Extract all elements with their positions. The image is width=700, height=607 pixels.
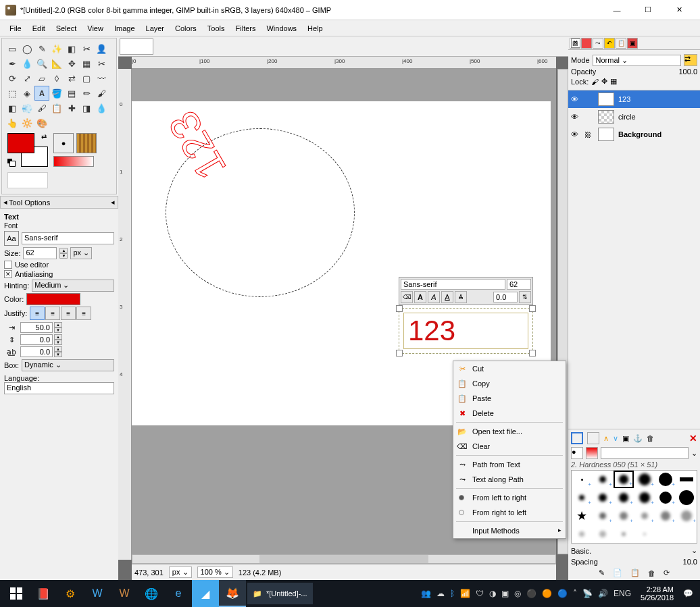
brush-item[interactable]: + — [655, 489, 676, 506]
crop-tool[interactable]: ✂ — [94, 56, 109, 71]
ctx-text-along-path[interactable]: ⤳Text along Path — [453, 472, 566, 487]
brush-item[interactable]: + — [572, 471, 592, 488]
letter-spacing-value[interactable]: 0.0 — [20, 346, 53, 357]
baseline-spinner[interactable]: ⇅ — [519, 291, 531, 303]
defender-icon[interactable]: 🛡 — [476, 589, 484, 598]
taskbar-window[interactable]: 📁*[Untitled]-... — [247, 583, 313, 604]
mode-select[interactable]: Normal ⌄ — [593, 55, 681, 66]
use-editor-checkbox[interactable] — [4, 261, 12, 269]
image-tab[interactable] — [120, 38, 153, 55]
bucket-fill-tool[interactable]: 🪣 — [49, 86, 64, 101]
fg-color-swatch[interactable] — [7, 133, 34, 153]
handle-bl[interactable] — [396, 350, 403, 357]
layer-item-circle[interactable]: 👁 circle — [568, 108, 700, 126]
notifications-icon[interactable]: 💬 — [683, 589, 693, 598]
ctx-open-text-file[interactable]: 📂Open text file... — [453, 424, 566, 439]
smudge-tool[interactable]: 👆 — [5, 115, 20, 130]
brush-item[interactable] — [676, 471, 697, 488]
swap-colors-icon[interactable]: ⇄ — [41, 133, 47, 140]
channels-tab[interactable] — [581, 38, 592, 49]
paintbrush-tool[interactable]: 🖌 — [94, 86, 109, 101]
ctx-ltr[interactable]: From left to right — [453, 490, 566, 505]
dodge-tool[interactable]: 🔆 — [20, 115, 34, 130]
color-select-tool[interactable]: ◧ — [64, 41, 79, 56]
brush-item[interactable]: ★ — [572, 507, 592, 525]
font-input[interactable]: Sans-serif — [22, 232, 114, 244]
menu-image[interactable]: Image — [109, 22, 141, 34]
taskbar-chrome[interactable]: 🌐 — [138, 580, 165, 607]
canvas-baseline-input[interactable]: 0.0 — [493, 292, 518, 302]
maximize-button[interactable]: ☐ — [632, 0, 664, 20]
menu-help[interactable]: Help — [302, 22, 328, 34]
scale-tool[interactable]: ⤢ — [20, 71, 34, 86]
handle-tr[interactable] — [529, 305, 536, 312]
duplicate-icon[interactable]: ▣ — [622, 434, 629, 443]
pencil-tool[interactable]: ✏ — [79, 86, 94, 101]
antialias-checkbox[interactable] — [4, 270, 12, 278]
menu-windows[interactable]: Windows — [261, 22, 302, 34]
default-colors-icon[interactable] — [7, 159, 16, 167]
italic-button[interactable]: A — [428, 291, 440, 303]
indent-value[interactable]: 50.0 — [20, 322, 53, 333]
clone-tool[interactable]: 📋 — [49, 101, 64, 115]
brush-item[interactable]: + — [655, 507, 676, 525]
menu-select[interactable]: Select — [51, 22, 82, 34]
mypaint-tool[interactable]: 🎨 — [34, 115, 49, 130]
tray-icon[interactable]: 🔵 — [557, 589, 568, 598]
brush-item[interactable]: + — [593, 507, 613, 525]
menu-file[interactable]: File — [4, 22, 27, 34]
taskbar-app[interactable]: W — [111, 580, 138, 607]
link-icon[interactable]: ⛓ — [584, 131, 594, 138]
tray-icon[interactable]: ◑ — [489, 589, 496, 598]
brush-item[interactable] — [655, 525, 676, 543]
brush-item[interactable]: + — [676, 507, 697, 525]
taskbar-app[interactable]: ⚙ — [57, 580, 84, 607]
ctx-copy[interactable]: 📋Copy — [453, 376, 566, 391]
eraser-tool[interactable]: ◧ — [5, 101, 20, 115]
ctx-path-from-text[interactable]: ⤳Path from Text — [453, 457, 566, 472]
size-down[interactable]: ▼ — [59, 253, 68, 259]
text-content[interactable]: 123 — [403, 313, 528, 349]
underline-button[interactable]: A — [441, 291, 453, 303]
zoom-tool[interactable]: 🔍 — [34, 56, 49, 71]
airbrush-tool[interactable]: 💨 — [20, 101, 34, 115]
brush-item[interactable]: + — [634, 471, 655, 488]
size-unit-select[interactable]: px ⌄ — [70, 247, 92, 259]
delete-icon[interactable]: 🗑 — [647, 434, 654, 442]
bluetooth-icon[interactable]: ᛒ — [450, 589, 455, 598]
brush-item[interactable]: + — [614, 471, 634, 488]
tray-icon[interactable]: 🟠 — [542, 589, 552, 598]
tab-close-button[interactable]: ✕ — [571, 38, 580, 48]
nav-down-icon[interactable]: ∨ — [613, 434, 618, 443]
menu-view[interactable]: View — [82, 22, 109, 34]
taskbar-app[interactable]: 📕 — [30, 580, 57, 607]
clock[interactable]: 2:28 AM 5/26/2018 — [636, 585, 678, 602]
minimize-button[interactable]: — — [601, 0, 632, 20]
brush-item[interactable]: + — [614, 507, 634, 525]
ctx-paste[interactable]: 📋Paste — [453, 391, 566, 406]
menu-filters[interactable]: Filters — [230, 22, 261, 34]
brush-filter[interactable] — [601, 447, 689, 459]
scrollbar-thumb[interactable] — [259, 555, 428, 563]
size-input[interactable]: 62 — [23, 247, 57, 259]
visibility-icon[interactable]: 👁 — [571, 95, 580, 103]
gradient-preview[interactable] — [586, 447, 598, 459]
brush-item[interactable] — [634, 525, 655, 543]
language-indicator[interactable]: ENG — [614, 589, 631, 598]
color-selector[interactable]: ⇄ — [7, 133, 48, 167]
taskbar-gimp[interactable]: 🦊 — [219, 580, 246, 607]
tab-menu-icon[interactable]: ◂ — [111, 198, 115, 207]
text-edit-box[interactable]: Sans-serif 62 ⌫ A A A A̶ 0.0 — [399, 277, 533, 354]
tray-icon[interactable]: ⚫ — [526, 589, 536, 598]
tray-up-icon[interactable]: ˄ — [573, 589, 577, 598]
align-tool[interactable]: ▦ — [79, 56, 94, 71]
size-up[interactable]: ▲ — [59, 248, 68, 253]
warp-tool[interactable]: 〰 — [94, 71, 109, 86]
line-spacing-value[interactable]: 0.0 — [20, 334, 53, 345]
horizontal-scrollbar[interactable] — [132, 554, 556, 564]
onedrive-icon[interactable]: ☁ — [436, 589, 445, 598]
measure-tool[interactable]: 📐 — [49, 56, 64, 71]
anchor-icon[interactable]: ⚓ — [633, 434, 643, 443]
start-button[interactable] — [3, 580, 30, 607]
move-tool[interactable]: ✥ — [64, 56, 79, 71]
